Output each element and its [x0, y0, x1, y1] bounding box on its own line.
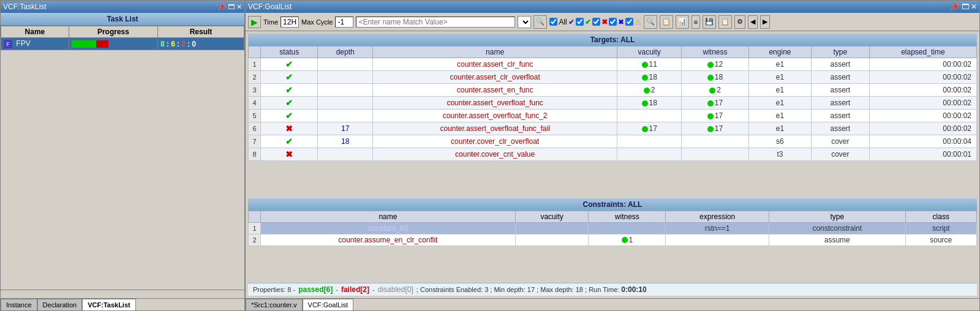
right-maximize-icon[interactable]: 🗖 [962, 2, 969, 11]
check-icon: ✔ [285, 85, 293, 95]
depth-value: 18 [341, 137, 349, 146]
name-link[interactable]: counter.cover_clr_overfloat [451, 137, 539, 146]
main-content: Targets: ALL status depth name vacuity w… [246, 31, 979, 298]
task-name: FPV [16, 39, 30, 48]
table-row[interactable]: 5 ✔ counter.assert_overfloat_func_2 17 e… [249, 110, 977, 122]
tab-src1[interactable]: *Src1:counter.v [246, 299, 303, 310]
result-fail: 2 [181, 40, 186, 48]
close-icon[interactable]: ✕ [236, 3, 242, 11]
const-col-vacuity[interactable]: vacuity [515, 211, 589, 222]
name-link[interactable]: counter.assert_overfloat_func_2 [443, 111, 548, 120]
check-icon: ✔ [285, 98, 293, 108]
right-pin-icon[interactable]: 📌 [950, 2, 959, 11]
bottom-space [248, 249, 977, 281]
maximize-icon[interactable]: 🗖 [228, 3, 235, 11]
table-row[interactable]: 7 ✔ 18 counter.cover_clr_overfloat s6 co… [249, 135, 977, 148]
table-row[interactable]: 2 counter.assume_en_clr_conflit 1 assume… [249, 234, 977, 245]
table-row[interactable]: 4 ✔ counter.assert_overfloat_func 18 17 … [249, 97, 977, 110]
row-num: 8 [249, 148, 261, 161]
table-row[interactable]: 1 constant_60 rstn==1 constconstraint sc… [249, 222, 977, 234]
table-row[interactable]: 1 ✔ counter.assert_clr_func 11 12 e1 ass… [249, 58, 977, 71]
check-all-1[interactable] [549, 18, 557, 26]
col-engine[interactable]: engine [749, 47, 812, 58]
time-input[interactable] [281, 17, 299, 28]
list-btn[interactable]: ≡ [692, 15, 700, 29]
col-type[interactable]: type [811, 47, 869, 58]
vacuity-cell: 17 [617, 122, 682, 135]
depth-cell [318, 97, 372, 110]
const-col-witness[interactable]: witness [589, 211, 666, 222]
vacuity-dot: 18 [642, 99, 657, 107]
name-match-dropdown[interactable] [518, 16, 531, 28]
const-col-class[interactable]: class [905, 211, 976, 222]
col-name[interactable]: name [372, 47, 617, 58]
col-elapsed[interactable]: elapsed_time [869, 47, 976, 58]
name-link[interactable]: counter.cover_cnt_value [455, 150, 535, 159]
row-num: 4 [249, 97, 261, 110]
table-row[interactable]: 6 ✖ 17 counter.assert_overfloat_func_fai… [249, 122, 977, 135]
tab-instance[interactable]: Instance [1, 299, 37, 310]
elapsed-cell: 00:00:02 [869, 97, 976, 110]
col-status[interactable]: status [261, 47, 318, 58]
name-link[interactable]: counter.assert_en_func [457, 86, 533, 94]
const-name-cell: constant_60 [261, 222, 516, 234]
check-warn[interactable] [625, 18, 633, 26]
x-blue-icon: ✖ [618, 18, 624, 26]
settings-btn[interactable]: ⚙ [734, 15, 745, 29]
play-button[interactable]: ▶ [248, 16, 261, 28]
vacuity-cell [617, 148, 682, 161]
elapsed-cell: 00:00:02 [869, 122, 976, 135]
table-row[interactable]: 8 ✖ counter.cover_cnt_value t3 cover 00:… [249, 148, 977, 161]
name-link[interactable]: counter.assert_overfloat_func [447, 99, 543, 107]
vacuity-dot: 17 [642, 124, 657, 133]
constraints-header: Constraints: ALL [248, 198, 977, 211]
status-cell: ✔ [261, 71, 318, 84]
table-row[interactable]: F FPV 8 : 6 : [1, 38, 244, 50]
elapsed-cell: 00:00:02 [869, 110, 976, 122]
const-name-link[interactable]: constant_60 [368, 224, 408, 233]
save-btn[interactable]: 💾 [703, 15, 716, 29]
filter-icon-btn[interactable]: 🔍 [533, 15, 547, 29]
check-x2[interactable] [609, 18, 617, 26]
col-vacuity[interactable]: vacuity [617, 47, 682, 58]
name-link[interactable]: counter.assert_overfloat_func_fail [440, 124, 549, 133]
check-all-2[interactable] [576, 18, 584, 26]
arrow-right-btn[interactable]: ▶ [760, 15, 770, 29]
const-vacuity-cell [515, 222, 589, 234]
depth-value: 17 [341, 124, 349, 133]
task-table: Name Progress Result F FPV [1, 26, 244, 50]
type-cell: cover [811, 148, 869, 161]
const-col-type[interactable]: type [769, 211, 905, 222]
tab-vcf-goallist[interactable]: VCF:GoalList [303, 299, 353, 310]
maxcycle-input[interactable] [335, 17, 353, 28]
check-x[interactable] [592, 18, 600, 26]
search-btn[interactable]: 🔍 [644, 15, 657, 29]
name-link[interactable]: counter.assert_clr_func [457, 60, 533, 69]
name-match-input[interactable] [356, 17, 515, 28]
const-col-name[interactable]: name [261, 211, 516, 222]
chart-btn[interactable]: 📊 [676, 15, 689, 29]
pin-icon[interactable]: 📌 [217, 3, 226, 11]
table-btn[interactable]: 📋 [718, 15, 732, 29]
targets-header: Targets: ALL [248, 34, 977, 46]
name-cell: counter.assert_overfloat_func_fail [372, 122, 617, 135]
col-depth[interactable]: depth [318, 47, 372, 58]
witness-dot: 17 [707, 111, 723, 120]
type-cell: assert [811, 84, 869, 97]
const-col-expression[interactable]: expression [666, 211, 769, 222]
left-scrollbar[interactable] [1, 290, 244, 298]
name-link[interactable]: counter.assert_clr_overfloat [450, 73, 540, 81]
copy-btn[interactable]: 📋 [660, 15, 673, 29]
depth-cell [318, 71, 372, 84]
type-cell: assert [811, 122, 869, 135]
table-row[interactable]: 2 ✔ counter.assert_clr_overfloat 18 18 e… [249, 71, 977, 84]
arrow-left-btn[interactable]: ◀ [748, 15, 758, 29]
const-name-link[interactable]: counter.assume_en_clr_conflit [338, 236, 437, 244]
const-class-cell: script [905, 222, 976, 234]
table-row[interactable]: 3 ✔ counter.assert_en_func 2 2 e1 assert… [249, 84, 977, 97]
col-witness[interactable]: witness [681, 47, 748, 58]
tab-vcf-tasklist[interactable]: VCF:TaskList [82, 299, 135, 310]
tab-declaration[interactable]: Declaration [37, 299, 83, 310]
x-red-icon: ✖ [601, 18, 608, 26]
right-close-icon[interactable]: ✕ [971, 2, 977, 11]
